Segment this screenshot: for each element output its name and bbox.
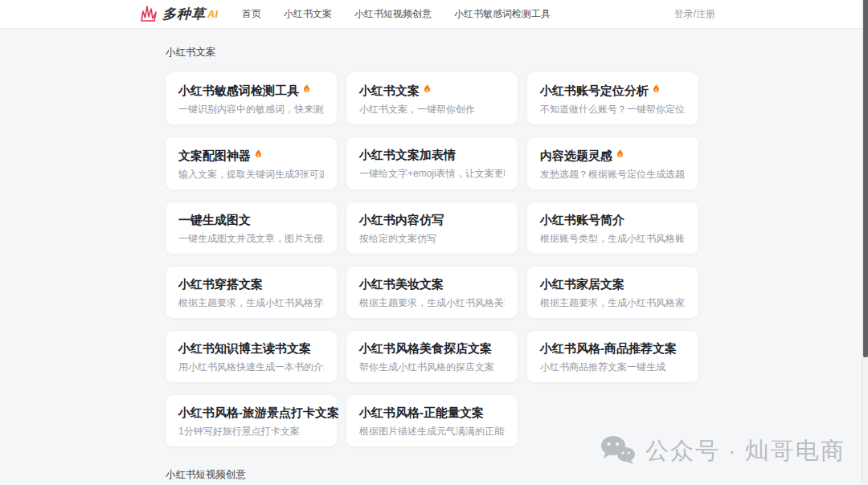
tool-card-title-text: 小红书风格美食探店文案 — [359, 340, 492, 357]
tool-card-title-text: 内容选题灵感 — [540, 148, 612, 164]
tool-card-title-text: 小红书穿搭文案 — [178, 276, 263, 292]
tool-card-desc: 不知道做什么账号？一键帮你定位 — [540, 104, 686, 116]
scrollbar-thumb[interactable] — [863, 0, 868, 357]
tool-card-desc: 输入文案，提取关键词生成3张可选配图 — [178, 169, 324, 181]
tool-card-title: 小红书风格-商品推荐文案 — [540, 340, 686, 357]
brand-name: 多种草 — [162, 5, 206, 23]
tool-card-desc: 1分钟写好旅行景点打卡文案 — [178, 426, 324, 438]
tool-card-grid: 小红书敏感词检测工具一键识别内容中的敏感词，快来测测~小红书文案小红书文案，一键… — [165, 71, 868, 447]
tool-card-title-text: 小红书风格-正能量文案 — [359, 405, 484, 421]
tool-section: 小红书短视频创意小红书短视频标题小红书短视频脚本(分镜) — [165, 468, 868, 485]
tool-card-title: 一键生成图文 — [178, 212, 324, 228]
tool-card-desc: 一键识别内容中的敏感词，快来测测~ — [178, 104, 324, 116]
tool-card-desc: 根据图片描述生成元气满满的正能量配文 — [359, 426, 505, 438]
tool-card-title-text: 小红书敏感词检测工具 — [178, 83, 299, 99]
tool-card[interactable]: 小红书风格-正能量文案根据图片描述生成元气满满的正能量配文 — [346, 394, 518, 447]
tool-card-title: 小红书账号定位分析 — [540, 82, 686, 99]
fire-icon — [299, 82, 313, 99]
tool-card[interactable]: 小红书知识博主读书文案用小红书风格快速生成一本书的介绍和推荐语 — [165, 330, 338, 383]
tool-card-title-text: 小红书美妆文案 — [359, 276, 444, 292]
tool-card-desc: 根据主题要求，生成小红书风格家居分享文案 — [540, 297, 686, 309]
tool-card-desc: 根据账号类型，生成小红书风格账号介绍文案 — [540, 233, 686, 245]
tool-card-title-text: 文案配图神器 — [178, 148, 251, 164]
tool-card-title-text: 小红书风格-商品推荐文案 — [540, 340, 677, 357]
tool-card-desc: 按给定的文案仿写 — [359, 233, 505, 245]
grass-logo-icon — [138, 3, 159, 26]
tool-card-title: 小红书美妆文案 — [359, 276, 505, 292]
nav-item-xhs-short-video[interactable]: 小红书短视频创意 — [354, 7, 432, 21]
tool-card[interactable]: 小红书风格-商品推荐文案小红书商品推荐文案一键生成 — [526, 330, 699, 383]
tool-card-desc: 根据主题要求，生成小红书风格美妆分享文案 — [359, 297, 505, 309]
nav-item-xhs-copywriting[interactable]: 小红书文案 — [284, 7, 332, 21]
tool-card-title-text: 小红书账号定位分析 — [540, 83, 649, 99]
fire-icon — [420, 82, 433, 99]
tool-card[interactable]: 小红书敏感词检测工具一键识别内容中的敏感词，快来测测~ — [165, 71, 338, 125]
tool-card-title: 小红书内容仿写 — [359, 212, 505, 228]
tool-card[interactable]: 小红书文案加表情一键给文字+emoji表情，让文案更吸引人~ — [346, 137, 518, 190]
tool-card-title: 小红书风格-正能量文案 — [359, 405, 505, 421]
tool-card-title: 内容选题灵感 — [540, 147, 686, 164]
tool-card-desc: 小红书文案，一键帮你创作 — [359, 104, 505, 116]
tool-card-title-text: 小红书内容仿写 — [359, 212, 444, 228]
tool-card[interactable]: 小红书内容仿写按给定的文案仿写 — [346, 202, 518, 255]
tool-card-title: 小红书账号简介 — [540, 212, 686, 228]
tool-card-title: 小红书文案 — [359, 82, 505, 99]
tool-card[interactable]: 小红书风格-旅游景点打卡文案1分钟写好旅行景点打卡文案 — [165, 394, 338, 447]
tool-card-title-text: 小红书风格-旅游景点打卡文案 — [178, 405, 339, 421]
tool-card-title-text: 一键生成图文 — [178, 212, 251, 228]
scrollbar[interactable] — [862, 0, 868, 485]
content-area: 小红书文案小红书敏感词检测工具一键识别内容中的敏感词，快来测测~小红书文案小红书… — [0, 29, 868, 485]
login-register-link[interactable]: 登录/注册 — [674, 7, 715, 21]
fire-icon — [612, 147, 626, 164]
header: 多种草 AI 首页 小红书文案 小红书短视频创意 小红书敏感词检测工具 登录/注… — [0, 0, 868, 29]
tool-card-title: 文案配图神器 — [178, 147, 324, 164]
brand-suffix: AI — [207, 8, 218, 20]
tool-card-title: 小红书文案加表情 — [359, 147, 505, 163]
tool-card[interactable]: 小红书穿搭文案根据主题要求，生成小红书风格穿搭分享文案 — [165, 266, 338, 319]
tool-card-title-text: 小红书家居文案 — [540, 276, 624, 292]
tool-card[interactable]: 小红书美妆文案根据主题要求，生成小红书风格美妆分享文案 — [346, 266, 518, 319]
tool-card[interactable]: 一键生成图文一键生成图文并茂文章，图片无侵权风险 — [165, 202, 338, 255]
tool-card[interactable]: 小红书账号定位分析不知道做什么账号？一键帮你定位 — [526, 71, 699, 125]
tool-section: 小红书文案小红书敏感词检测工具一键识别内容中的敏感词，快来测测~小红书文案小红书… — [165, 46, 868, 447]
tool-card-desc: 一键给文字+emoji表情，让文案更吸引人~ — [359, 168, 505, 180]
tool-card-title-text: 小红书账号简介 — [540, 212, 624, 228]
tool-card[interactable]: 文案配图神器输入文案，提取关键词生成3张可选配图 — [165, 137, 338, 190]
tool-card[interactable]: 小红书风格美食探店文案帮你生成小红书风格的探店文案 — [346, 330, 518, 383]
tool-card-title: 小红书家居文案 — [540, 276, 686, 292]
main-nav: 首页 小红书文案 小红书短视频创意 小红书敏感词检测工具 — [242, 7, 573, 21]
fire-icon — [649, 82, 662, 99]
tool-card-desc: 小红书商品推荐文案一键生成 — [540, 361, 686, 373]
section-title: 小红书短视频创意 — [166, 468, 868, 482]
tool-card-desc: 帮你生成小红书风格的探店文案 — [359, 361, 505, 373]
tool-card-title: 小红书风格-旅游景点打卡文案 — [178, 405, 324, 421]
tool-card-title: 小红书知识博主读书文案 — [178, 340, 324, 357]
fire-icon — [251, 147, 264, 164]
tool-card[interactable]: 小红书文案小红书文案，一键帮你创作 — [346, 71, 518, 125]
tool-card-desc: 根据主题要求，生成小红书风格穿搭分享文案 — [178, 297, 324, 309]
tool-card[interactable]: 内容选题灵感发愁选题？根据账号定位生成选题 — [526, 137, 699, 190]
tool-card[interactable]: 小红书家居文案根据主题要求，生成小红书风格家居分享文案 — [526, 266, 699, 319]
tool-card-desc: 发愁选题？根据账号定位生成选题 — [540, 169, 686, 181]
tool-card-title: 小红书敏感词检测工具 — [178, 82, 324, 99]
tool-card-desc: 一键生成图文并茂文章，图片无侵权风险 — [178, 233, 324, 245]
nav-item-home[interactable]: 首页 — [242, 7, 261, 21]
tool-card[interactable]: 小红书账号简介根据账号类型，生成小红书风格账号介绍文案 — [526, 202, 699, 255]
nav-item-xhs-sensitive-words[interactable]: 小红书敏感词检测工具 — [454, 7, 551, 21]
tool-card-title-text: 小红书知识博主读书文案 — [178, 340, 311, 357]
tool-card-title-text: 小红书文案加表情 — [359, 147, 456, 163]
section-title: 小红书文案 — [166, 46, 868, 59]
tool-card-title: 小红书穿搭文案 — [178, 276, 324, 292]
tool-card-desc: 用小红书风格快速生成一本书的介绍和推荐语 — [178, 361, 324, 373]
tool-card-title: 小红书风格美食探店文案 — [359, 340, 505, 357]
logo[interactable]: 多种草 AI — [138, 3, 218, 26]
tool-card-title-text: 小红书文案 — [359, 83, 420, 99]
